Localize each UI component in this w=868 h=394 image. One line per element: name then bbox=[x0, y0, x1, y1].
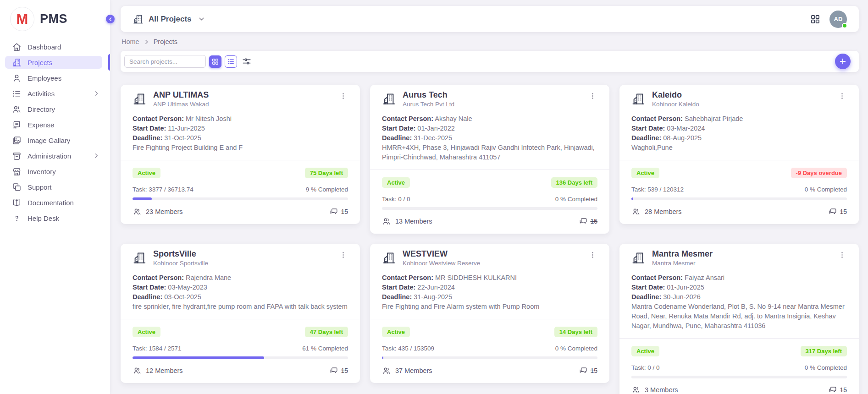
start-date-label: Start Date: bbox=[382, 284, 415, 291]
page-title: All Projects bbox=[149, 15, 192, 24]
contact-label: Contact Person: bbox=[631, 274, 683, 281]
project-card[interactable]: SportsVille Kohinoor Sportsville Contact… bbox=[121, 244, 360, 383]
start-date-label: Start Date: bbox=[631, 125, 665, 132]
chat-count-value: 15 bbox=[341, 367, 348, 374]
sidebar-item-dashboard[interactable]: Dashboard bbox=[5, 40, 102, 53]
days-left-badge: -9 Days overdue bbox=[791, 168, 847, 178]
members-icon bbox=[382, 366, 391, 375]
project-details: Contact Person: Sahebhajrat Pirjade Star… bbox=[631, 114, 847, 153]
chat-icon bbox=[828, 207, 837, 216]
search-input[interactable] bbox=[124, 55, 206, 68]
contact-label: Contact Person: bbox=[133, 274, 184, 281]
start-date-label: Start Date: bbox=[382, 125, 415, 132]
sidebar-item-activities[interactable]: Activities bbox=[5, 87, 102, 100]
status-badge: Active bbox=[133, 168, 160, 178]
kebab-menu-icon[interactable] bbox=[588, 249, 597, 263]
chat-count[interactable]: 15 bbox=[579, 366, 597, 375]
sidebar-item-directory[interactable]: Directory bbox=[5, 103, 102, 115]
members-count: 12 Members bbox=[133, 366, 183, 375]
project-title: ANP ULTIMAS bbox=[153, 89, 209, 100]
project-card[interactable]: Aurus Tech Aurus Tech Pvt Ltd Contact Pe… bbox=[370, 85, 609, 234]
user-avatar[interactable]: AD bbox=[829, 11, 847, 28]
project-description: fire sprinkler, fire hydrant,fire pump r… bbox=[133, 302, 348, 312]
deadline-value: 03-Oct-2025 bbox=[164, 293, 201, 301]
members-icon bbox=[382, 217, 391, 226]
chat-count[interactable]: 15 bbox=[828, 207, 847, 216]
sidebar-item-expense[interactable]: Expense bbox=[5, 118, 102, 131]
status-badge: Active bbox=[631, 168, 659, 178]
contact-value: Sahebhajrat Pirjade bbox=[685, 115, 743, 122]
chat-count[interactable]: 15 bbox=[579, 217, 597, 226]
sidebar-item-documentation[interactable]: Documentation bbox=[5, 196, 102, 209]
members-label: 23 Members bbox=[146, 208, 183, 215]
project-card[interactable]: Mantra Mesmer Mantra Mesmer Contact Pers… bbox=[619, 244, 859, 394]
home-icon bbox=[12, 42, 22, 52]
start-date-value: 01-Jun-2025 bbox=[667, 284, 704, 291]
deadline-value: 30-Jun-2026 bbox=[663, 293, 700, 301]
kebab-menu-icon[interactable] bbox=[338, 90, 348, 104]
building-icon bbox=[133, 14, 144, 25]
chat-count[interactable]: 15 bbox=[329, 366, 348, 375]
list-view-button[interactable] bbox=[225, 55, 237, 68]
chevron-right-icon bbox=[144, 39, 149, 45]
contact-value: Mr Nitesh Joshi bbox=[186, 115, 232, 122]
start-date-label: Start Date: bbox=[631, 284, 665, 291]
breadcrumb-home[interactable]: Home bbox=[122, 38, 139, 45]
copy-icon bbox=[12, 182, 22, 192]
days-left-badge: 47 Days left bbox=[305, 327, 348, 337]
days-left-badge: 14 Days left bbox=[554, 327, 597, 337]
sidebar-collapse-button[interactable] bbox=[106, 15, 115, 23]
chat-count[interactable]: 15 bbox=[329, 207, 348, 216]
days-left-badge: 136 Days left bbox=[551, 177, 598, 188]
members-label: 28 Members bbox=[645, 208, 682, 215]
sidebar-item-projects[interactable]: Projects bbox=[5, 56, 102, 69]
members-label: 13 Members bbox=[395, 218, 432, 225]
sidebar-item-employees[interactable]: Employees bbox=[5, 71, 102, 84]
breadcrumb-current: Projects bbox=[154, 38, 177, 45]
grid-view-icon bbox=[211, 58, 219, 66]
plus-icon bbox=[839, 57, 847, 66]
kebab-menu-icon[interactable] bbox=[837, 249, 847, 263]
percent-completed: 0 % Completed bbox=[555, 345, 597, 352]
progress-bar bbox=[631, 376, 847, 378]
project-card[interactable]: Kaleido Kohinoor Kaleido Contact Person:… bbox=[619, 85, 859, 224]
kebab-menu-icon[interactable] bbox=[338, 249, 348, 263]
chat-icon bbox=[329, 207, 338, 216]
days-left-badge: 75 Days left bbox=[305, 168, 348, 178]
start-date-value: 22-Jun-2024 bbox=[417, 284, 454, 291]
apps-grid-icon[interactable] bbox=[810, 14, 821, 25]
archive-icon bbox=[12, 151, 22, 161]
project-card[interactable]: WESTVIEW Kohinoor Westview Reserve Conta… bbox=[370, 244, 609, 383]
brand-logo[interactable]: M PMS bbox=[0, 0, 110, 38]
project-card[interactable]: ANP ULTIMAS ANP Ultimas Wakad Contact Pe… bbox=[121, 85, 360, 224]
sidebar-item-support[interactable]: Support bbox=[5, 181, 102, 193]
list-icon bbox=[12, 89, 22, 98]
chat-icon bbox=[579, 366, 588, 375]
members-count: 13 Members bbox=[382, 217, 432, 226]
chat-count[interactable]: 15 bbox=[828, 385, 847, 394]
deadline-label: Deadline: bbox=[382, 134, 412, 142]
deadline-value: 31-Aug-2025 bbox=[414, 293, 452, 301]
projects-toolbar bbox=[121, 51, 859, 72]
add-project-button[interactable] bbox=[835, 54, 851, 69]
project-description: Fire Fighting and Fire Alarm system with… bbox=[382, 302, 597, 312]
progress-fill bbox=[382, 356, 383, 359]
sidebar-item-help-desk[interactable]: Help Desk bbox=[5, 212, 102, 224]
projects-filter-dropdown[interactable]: All Projects bbox=[133, 14, 205, 25]
start-date-value: 03-May-2023 bbox=[168, 284, 207, 291]
project-description: Wagholi,Pune bbox=[631, 143, 847, 153]
page-header: All Projects AD bbox=[121, 6, 859, 32]
start-date-value: 03-Mar-2024 bbox=[667, 125, 705, 132]
sidebar-item-image-gallary[interactable]: Image Gallary bbox=[5, 134, 102, 147]
progress-fill bbox=[631, 197, 633, 200]
sidebar-item-inventory[interactable]: Inventory bbox=[5, 165, 102, 178]
kebab-menu-icon[interactable] bbox=[588, 90, 597, 104]
avatar-initials: AD bbox=[834, 16, 843, 22]
sidebar-item-administration[interactable]: Administration bbox=[5, 149, 102, 162]
filter-button[interactable] bbox=[240, 55, 253, 68]
members-label: 37 Members bbox=[395, 367, 432, 374]
kebab-menu-icon[interactable] bbox=[837, 90, 847, 104]
chat-count-value: 15 bbox=[590, 367, 597, 374]
progress-fill bbox=[133, 356, 264, 359]
grid-view-button[interactable] bbox=[209, 55, 221, 68]
